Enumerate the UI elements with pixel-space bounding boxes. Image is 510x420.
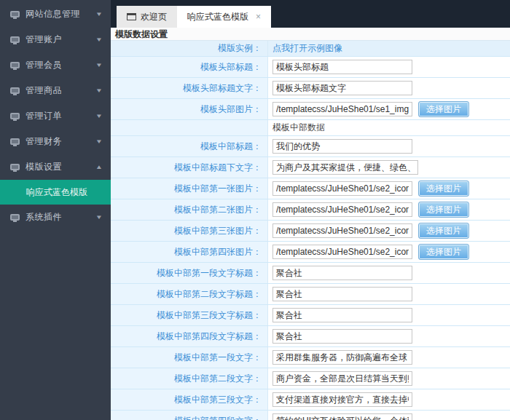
choose-image-button[interactable]: 选择图片 — [418, 181, 469, 197]
form-row: 模板中部第三张图片：选择图片 — [111, 221, 510, 242]
form-row: 模板中部第四段文字标题： — [111, 326, 510, 347]
form-row: 模板中部第一张图片：选择图片 — [111, 178, 510, 199]
text-input[interactable] — [272, 60, 412, 74]
row-value — [268, 284, 510, 304]
template-settings-form: 模版数据设置 模版实例：点我打开示例图像模板头部标题：模板头部标题文字：模板头部… — [111, 28, 510, 420]
text-input[interactable] — [272, 181, 412, 196]
text-input[interactable] — [272, 202, 412, 217]
tab-welcome[interactable]: 欢迎页 — [117, 6, 177, 28]
row-label: 模板中部第四张图片： — [111, 242, 268, 262]
sidebar-item-label: 管理订单 — [26, 110, 96, 122]
row-value: 选择图片 — [268, 221, 510, 241]
monitor-icon — [10, 36, 20, 43]
row-value: 模板中部数据 — [268, 120, 510, 135]
monitor-icon — [10, 113, 20, 119]
text-input[interactable] — [272, 392, 412, 407]
sidebar-item[interactable]: 模版设置▲ — [0, 154, 111, 180]
row-label: 模板中部第三段文字： — [111, 389, 268, 410]
chevron-down-icon: ▼ — [95, 138, 103, 145]
chevron-down-icon: ▼ — [95, 214, 103, 221]
monitor-icon — [10, 138, 20, 145]
row-label: 模板中部第一段文字： — [111, 347, 268, 368]
row-value — [268, 389, 510, 410]
form-row: 模板中部标题下文字： — [111, 157, 510, 178]
chevron-down-icon: ▼ — [95, 62, 103, 68]
text-input[interactable] — [272, 102, 412, 116]
choose-image-button[interactable]: 选择图片 — [418, 101, 469, 117]
app-window: 网站信息管理▼管理账户▼管理会员▼管理商品▼管理订单▼管理财务▼模版设置▲响应式… — [0, 0, 510, 420]
text-input[interactable] — [272, 308, 412, 322]
text-input[interactable] — [272, 371, 412, 386]
sidebar-item[interactable]: 网站信息管理▼ — [0, 1, 111, 27]
sidebar-item[interactable]: 系统插件▼ — [0, 205, 111, 230]
form-row: 模板中部标题： — [111, 136, 510, 157]
text-input[interactable] — [272, 139, 412, 154]
row-label: 模板中部第二张图片： — [111, 199, 268, 220]
monitor-icon — [10, 87, 20, 94]
monitor-icon — [10, 214, 20, 221]
sidebar-item[interactable]: 管理会员▼ — [0, 52, 111, 78]
chevron-up-icon: ▲ — [95, 164, 103, 170]
form-row: 模版实例：点我打开示例图像 — [111, 41, 510, 57]
row-value: 选择图片 — [268, 199, 510, 220]
form-row: 模板中部第二段文字： — [111, 368, 510, 389]
form-row: 模板中部第一段文字： — [111, 347, 510, 368]
sidebar-item[interactable]: 管理订单▼ — [0, 103, 111, 129]
row-value — [268, 326, 510, 346]
form-row: 模板中部第四段文字： — [111, 411, 510, 420]
sidebar-item-label: 管理财务 — [26, 135, 96, 148]
row-value: 选择图片 — [268, 178, 510, 199]
text-input[interactable] — [272, 81, 412, 95]
main-panel: 欢迎页 响应式蓝色模版 × 模版数据设置 模版实例：点我打开示例图像模板头部标题… — [111, 0, 510, 420]
monitor-icon — [10, 164, 20, 170]
sidebar-item-label: 模版设置 — [26, 161, 96, 173]
row-label — [111, 120, 268, 135]
chevron-down-icon: ▼ — [95, 113, 103, 119]
row-label: 模板头部标题： — [111, 57, 268, 77]
form-rows: 模版实例：点我打开示例图像模板头部标题：模板头部标题文字：模板头部图片：选择图片… — [111, 41, 510, 420]
form-row: 模板中部第二段文字标题： — [111, 284, 510, 305]
form-row: 模板头部图片：选择图片 — [111, 99, 510, 120]
example-image-link[interactable]: 点我打开示例图像 — [272, 42, 342, 55]
text-input[interactable] — [272, 245, 412, 259]
choose-image-button[interactable]: 选择图片 — [418, 223, 469, 239]
choose-image-button[interactable]: 选择图片 — [418, 244, 469, 260]
row-value — [268, 136, 510, 156]
row-value: 选择图片 — [268, 242, 510, 262]
sidebar-item[interactable]: 管理商品▼ — [0, 78, 111, 103]
form-row: 模板中部第三段文字： — [111, 389, 510, 411]
text-input[interactable] — [272, 223, 412, 238]
row-label: 模板中部第二段文字标题： — [111, 284, 268, 304]
close-icon[interactable]: × — [256, 12, 261, 22]
form-row: 模板中部第二张图片：选择图片 — [111, 199, 510, 221]
sidebar-item-label: 管理账户 — [26, 33, 96, 46]
monitor-icon — [10, 11, 20, 17]
tab-responsive-blue-template[interactable]: 响应式蓝色模版 × — [177, 6, 271, 28]
text-input[interactable] — [272, 329, 412, 344]
sidebar-item-label: 管理会员 — [26, 59, 96, 71]
text-input[interactable] — [272, 287, 412, 301]
row-label: 模板中部第一张图片： — [111, 178, 268, 199]
form-row: 模板头部标题文字： — [111, 78, 510, 99]
row-label: 模板中部第四段文字： — [111, 411, 268, 420]
chevron-down-icon: ▼ — [95, 11, 103, 17]
sidebar-item[interactable]: 管理财务▼ — [0, 129, 111, 154]
row-value — [268, 411, 510, 420]
text-input[interactable] — [272, 160, 418, 175]
text-input[interactable] — [272, 413, 412, 420]
row-label: 模板头部标题文字： — [111, 78, 268, 98]
sidebar: 网站信息管理▼管理账户▼管理会员▼管理商品▼管理订单▼管理财务▼模版设置▲响应式… — [0, 0, 111, 420]
sidebar-item[interactable]: 管理账户▼ — [0, 27, 111, 52]
sidebar-item-label: 管理商品 — [26, 84, 96, 97]
window-icon — [127, 13, 136, 20]
text-input[interactable] — [272, 266, 412, 280]
sidebar-subitem-active[interactable]: 响应式蓝色模版 — [0, 180, 111, 205]
text-input[interactable] — [272, 350, 412, 365]
form-row: 模板中部数据 — [111, 120, 510, 136]
row-label: 模板中部第三张图片： — [111, 221, 268, 241]
monitor-icon — [10, 62, 20, 68]
choose-image-button[interactable]: 选择图片 — [418, 202, 469, 218]
tab-bar: 欢迎页 响应式蓝色模版 × — [111, 0, 510, 28]
row-value — [268, 78, 510, 98]
sidebar-menu: 网站信息管理▼管理账户▼管理会员▼管理商品▼管理订单▼管理财务▼模版设置▲响应式… — [0, 1, 111, 230]
